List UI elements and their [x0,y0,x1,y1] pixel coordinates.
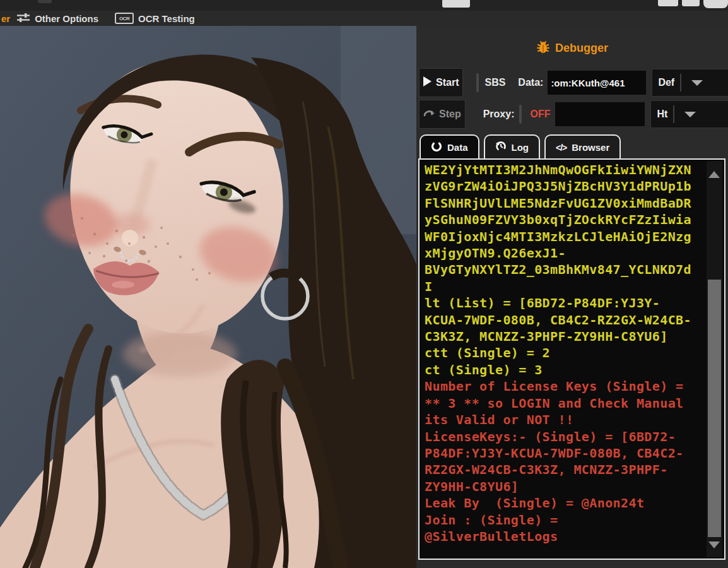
console-line: xMjgyOTN9.Q26exJ1- [425,245,705,261]
tab-data[interactable]: Data [420,134,479,159]
cutoff-glyph [38,0,52,3]
wordlist-type-dropdown[interactable]: Def [652,69,728,97]
console-line: BVyGTyNXYlTZ2_03mBhKMv847_YCLNKD7d [425,261,705,278]
data-label: Data: [518,77,543,88]
console-line: ** 3 ** so LOGIN and Check Manual [425,395,705,411]
console-line: WE2YjYtMTI3M2JhNmQwOGFkIiwiYWNjZXN [425,162,705,178]
scrollbar-thumb[interactable] [708,280,721,537]
step-button[interactable]: Step [419,100,466,129]
separator [680,74,681,92]
data-circle-icon [431,141,442,154]
console-line: ctt (Single) = 2 [425,345,705,361]
scroll-up-icon[interactable] [708,171,720,178]
scroll-down-icon[interactable] [708,541,720,548]
debugger-controls-row2: Step Proxy: OFF Ht [419,100,728,129]
console-line: WF0IjoxNjc4MTI3MzkzLCJleHAiOjE2Nzg [425,228,705,245]
console-line: C3K3Z, MCNZZ-3PHPF-ZY9HH-C8YU6] [425,328,705,345]
menu-bar: er Other Options OCR OCR Testing [0,11,728,26]
console-line: its Valid or NOT !! [425,411,705,428]
console-output: WE2YjYtMTI3M2JhNmQwOGFkIiwiYWNjZXNzVG9rZ… [425,162,705,557]
proxy-type-dropdown[interactable]: Ht [650,100,728,128]
menu-other-options[interactable]: Other Options [16,13,98,25]
proxy-checkbox[interactable] [519,105,522,124]
sliders-icon [16,13,30,25]
tab-log[interactable]: Log [484,134,541,159]
console-line: Join : (Single) = [425,512,705,528]
console-line: I [425,278,705,295]
clipped-menu-item[interactable]: er [1,13,10,24]
debugger-title: Debugger [416,40,728,57]
cutoff-glyph [703,0,728,8]
proxy-input[interactable] [555,102,645,126]
menu-label: OCR Testing [138,13,195,24]
sbs-label: SBS [484,77,505,88]
chevron-down-icon [691,80,703,86]
cutoff-glyph [658,0,678,6]
start-button[interactable]: Start [419,68,463,97]
console-line: LicenseKeys:- (Single) = [6BD72- [425,429,705,445]
console-line: Leak By (Single) = @Anon24t [425,495,705,511]
ocr-icon: OCR [115,13,134,24]
console-line: P84DF:YJ3Y-KCUA-7WDF-080B, CB4C2- [425,445,705,461]
separator [673,105,674,123]
cutoff-glyph [442,0,470,8]
console-line: lt (List) = [6BD72-P84DF:YJ3Y- [425,295,705,311]
sbs-checkbox[interactable] [476,73,479,92]
debugger-tabs: Data Log </> Browser [420,134,621,159]
menu-ocr-testing[interactable]: OCR OCR Testing [115,13,195,24]
console-line: FlSNHRjUVlLME5NdzFvUG1ZV0xiMmdBaDR [425,195,705,211]
console-line: ct (Single) = 3 [425,362,705,378]
proxy-label: Proxy: [483,109,515,120]
console-line: @SilverBulletLogs [425,528,705,545]
browser-code-icon: </> [556,143,567,153]
menu-label: Other Options [35,13,98,24]
data-input[interactable] [548,71,646,95]
webcam-photo [0,26,416,568]
chevron-down-icon [684,112,696,117]
console-scrollbar[interactable] [707,161,722,557]
console-line: RZ2GX-W24CB-C3K3Z, MCNZZ-3PHPF- [425,461,705,478]
console-line: zVG9rZW4iOiJPQ3J5NjZBcHV3Y1dPRUp1b [425,178,705,194]
console-line: Number of License Keys (Single) = [425,378,705,394]
debugger-controls-row1: Start SBS Data: Def [419,68,728,97]
console-line: ySGhuN09FZVY3b0xqTjZOckRYcFZzIiwia [425,211,705,228]
log-history-icon [495,141,507,154]
play-icon [423,76,432,89]
debug-console[interactable]: WE2YjYtMTI3M2JhNmQwOGFkIiwiYWNjZXNzVG9rZ… [418,158,725,560]
step-arrow-icon [423,109,435,120]
window-top-strip [0,0,728,11]
proxy-status: OFF [530,109,550,120]
console-line: ZY9HH-C8YU6] [425,478,705,495]
tab-browser[interactable]: </> Browser [544,134,621,159]
app-window: er Other Options OCR OCR Testing [0,0,728,568]
bug-icon [536,40,550,57]
cutoff-glyph [682,0,700,6]
debugger-panel: Debugger Start SBS Data: Def [416,26,728,568]
console-line: KCUA-7WDF-080B, CB4C2-RZ2GX-W24CB- [425,312,705,328]
debugger-title-label: Debugger [555,42,608,55]
